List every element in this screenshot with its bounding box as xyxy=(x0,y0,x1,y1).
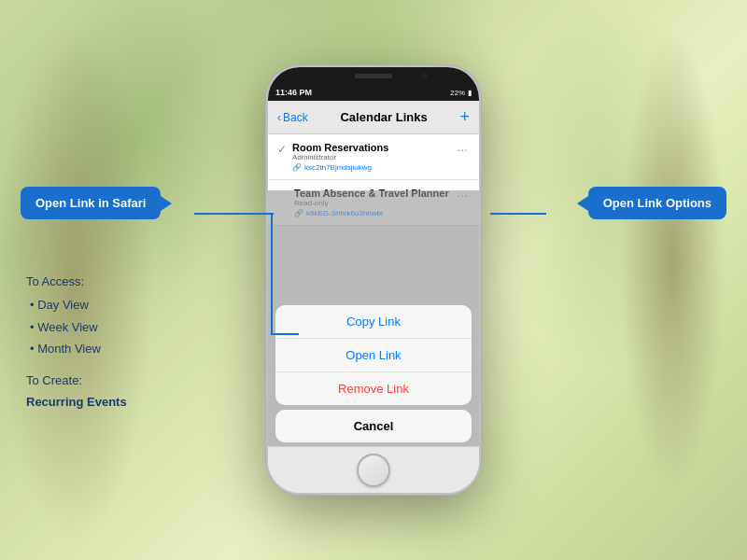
phone-bottom xyxy=(268,446,479,493)
action-remove-link[interactable]: Remove Link xyxy=(275,372,472,405)
phone-camera xyxy=(422,73,428,78)
phone-screen: ✓ Room Reservations Administrator 🔗 ksc2… xyxy=(268,134,479,446)
open-link-safari-tooltip: Open Link in Safari xyxy=(21,187,161,219)
connector-right-horizontal xyxy=(490,213,546,215)
nav-title: Calendar Links xyxy=(340,110,427,124)
link-icon-room: 🔗 xyxy=(292,163,302,172)
action-copy-link[interactable]: Copy Link xyxy=(275,305,472,339)
status-right: 22% ▮ xyxy=(450,89,472,97)
phone-body: 11:46 PM 22% ▮ ‹ Back Calendar Links + xyxy=(266,65,481,495)
navigation-bar: ‹ Back Calendar Links + xyxy=(268,101,479,134)
back-button[interactable]: ‹ Back xyxy=(277,111,308,124)
calendar-item-room-reservations: ✓ Room Reservations Administrator 🔗 ksc2… xyxy=(268,134,479,180)
tooltip-left-label: Open Link in Safari xyxy=(35,196,146,210)
battery-icon: ▮ xyxy=(468,89,472,97)
status-bar: 11:46 PM 22% ▮ xyxy=(268,84,479,101)
action-open-link[interactable]: Open Link xyxy=(275,339,472,372)
action-cancel[interactable]: Cancel xyxy=(275,410,472,442)
checkmark-icon: ✓ xyxy=(277,143,287,156)
tooltip-right-arrow xyxy=(577,196,588,211)
item-sub-room: Administrator xyxy=(292,153,388,161)
phone-device: 11:46 PM 22% ▮ ‹ Back Calendar Links + xyxy=(266,65,481,495)
dots-menu-room[interactable]: ··· xyxy=(455,142,470,157)
access-item-day: • Day View xyxy=(30,294,127,315)
battery-level: 22% xyxy=(450,89,465,97)
tooltip-right-label: Open Link Options xyxy=(603,196,712,210)
add-button[interactable]: + xyxy=(459,107,470,127)
item-link-room: 🔗 ksc2th7Bjmdsjiukwg xyxy=(292,163,388,172)
phone-top-bar xyxy=(268,67,479,84)
create-item-recurring: Recurring Events xyxy=(26,391,127,413)
create-title: To Create: xyxy=(26,370,127,391)
access-title: To Access: xyxy=(26,271,127,292)
connector-left-horizontal xyxy=(194,213,274,215)
tooltip-left-arrow xyxy=(161,196,172,211)
connector-left-vertical xyxy=(271,213,273,334)
home-button[interactable] xyxy=(357,454,390,487)
connector-left-horizontal-2 xyxy=(271,333,299,335)
chevron-left-icon: ‹ xyxy=(277,111,281,124)
back-label: Back xyxy=(283,111,308,124)
action-sheet: Copy Link Open Link Remove Link xyxy=(275,305,472,405)
phone-speaker xyxy=(355,74,392,78)
item-info-room: Room Reservations Administrator 🔗 ksc2th… xyxy=(292,142,388,172)
link-text-room: ksc2th7Bjmdsjiukwg xyxy=(304,163,372,172)
open-link-options-tooltip: Open Link Options xyxy=(588,187,726,219)
instructions-panel: To Access: • Day View • Week View • Mont… xyxy=(26,271,127,413)
status-time: 11:46 PM xyxy=(275,88,312,97)
item-title-room: Room Reservations xyxy=(292,142,388,153)
access-item-week: • Week View xyxy=(30,316,127,338)
access-item-month: • Month View xyxy=(30,338,127,359)
